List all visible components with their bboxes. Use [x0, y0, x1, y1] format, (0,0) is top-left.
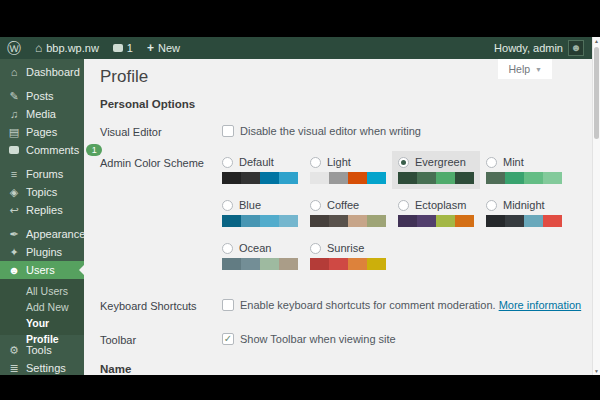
more-information-link[interactable]: More information: [499, 299, 582, 311]
dashboard-icon: ⌂: [8, 67, 20, 78]
keyboard-shortcuts-option-text: Enable keyboard shortcuts for comment mo…: [240, 299, 581, 311]
sidebar-item-plugins[interactable]: ✦ Plugins: [0, 243, 84, 261]
radio-light[interactable]: [310, 157, 321, 168]
comments-shortcut[interactable]: 1: [106, 37, 140, 59]
radio-default[interactable]: [222, 157, 233, 168]
sidebar-item-appearance[interactable]: ✒ Appearance: [0, 225, 84, 243]
radio-ocean[interactable]: [222, 243, 233, 254]
submenu-item-all-users[interactable]: All Users: [0, 283, 84, 299]
sidebar-item-replies[interactable]: ↩ Replies: [0, 201, 84, 219]
scrollbar-down-arrow[interactable]: ▼: [593, 368, 600, 374]
user-avatar: ☻: [568, 40, 584, 56]
scheme-option-default[interactable]: Default: [216, 151, 304, 189]
sidebar-item-topics[interactable]: ◈ Topics: [0, 183, 84, 201]
visual-editor-option-text: Disable the visual editor when writing: [240, 125, 421, 137]
my-account-menu[interactable]: Howdy, admin ☻: [494, 40, 592, 56]
swatch: [222, 215, 241, 227]
scheme-option-ectoplasm[interactable]: Ectoplasm: [392, 194, 480, 232]
sidebar-item-label: Pages: [26, 126, 57, 138]
scheme-swatches: [398, 215, 474, 227]
swatch: [329, 215, 348, 227]
swatch: [310, 215, 329, 227]
sidebar-item-label: Topics: [26, 186, 57, 198]
swatch: [436, 215, 455, 227]
swatch: [455, 215, 474, 227]
toolbar-row: Toolbar ✓ Show Toolbar when viewing site: [100, 333, 592, 346]
swatch: [543, 172, 562, 184]
scheme-name: Light: [327, 156, 351, 168]
swatch: [348, 172, 367, 184]
scheme-option-blue[interactable]: Blue: [216, 194, 304, 232]
topics-icon: ◈: [8, 187, 20, 198]
keyboard-shortcuts-checkbox[interactable]: [222, 299, 234, 311]
sidebar-item-pages[interactable]: ▤ Pages: [0, 123, 84, 141]
swatch: [486, 172, 505, 184]
new-content-menu[interactable]: + New: [140, 37, 187, 59]
sidebar-item-posts[interactable]: ✎ Posts: [0, 87, 84, 105]
radio-evergreen[interactable]: [398, 157, 409, 168]
swatch: [367, 215, 386, 227]
radio-midnight[interactable]: [486, 200, 497, 211]
radio-ectoplasm[interactable]: [398, 200, 409, 211]
swatch: [260, 215, 279, 227]
swatch: [417, 172, 436, 184]
swatch: [367, 172, 386, 184]
scrollbar-thumb[interactable]: [594, 47, 599, 139]
scrollbar[interactable]: ▲ ▼: [592, 37, 600, 375]
visual-editor-label: Visual Editor: [100, 125, 222, 138]
scheme-name: Mint: [503, 156, 524, 168]
scheme-option-midnight[interactable]: Midnight: [480, 194, 568, 232]
help-tab[interactable]: Help ▼: [498, 59, 552, 79]
site-name-link[interactable]: ⌂ bbp.wp.nw: [28, 37, 106, 59]
help-tab-label: Help: [508, 63, 530, 75]
scheme-swatches: [310, 258, 386, 270]
swatch: [329, 172, 348, 184]
personal-options-heading: Personal Options: [100, 98, 592, 110]
sidebar-item-users[interactable]: ☻ Users: [0, 261, 84, 279]
radio-sunrise[interactable]: [310, 243, 321, 254]
sidebar-item-settings[interactable]: ≣ Settings: [0, 359, 84, 375]
admin-top-bar: Ⓦ ⌂ bbp.wp.nw 1 + New Howdy, admin ☻: [0, 37, 592, 59]
scheme-swatches: [222, 172, 298, 184]
profile-page-content: Help ▼ Profile Personal Options Visual E…: [84, 59, 592, 375]
visual-editor-checkbox[interactable]: [222, 125, 234, 137]
swatch: [505, 215, 524, 227]
swatch: [222, 172, 241, 184]
scheme-option-coffee[interactable]: Coffee: [304, 194, 392, 232]
scheme-name: Ectoplasm: [415, 199, 466, 211]
scheme-option-mint[interactable]: Mint: [480, 151, 568, 189]
radio-blue[interactable]: [222, 200, 233, 211]
scheme-option-sunrise[interactable]: Sunrise: [304, 237, 392, 275]
scheme-name: Sunrise: [327, 242, 364, 254]
toolbar-checkbox[interactable]: ✓: [222, 333, 234, 345]
sidebar-item-dashboard[interactable]: ⌂ Dashboard: [0, 63, 84, 81]
color-scheme-grid: Default Light: [222, 156, 574, 275]
sidebar-item-comments[interactable]: Comments 1: [0, 141, 84, 159]
radio-mint[interactable]: [486, 157, 497, 168]
scheme-swatches: [310, 172, 386, 184]
keyboard-shortcuts-label: Keyboard Shortcuts: [100, 299, 222, 312]
swatch: [348, 215, 367, 227]
tools-icon: ⚙: [8, 345, 20, 356]
scheme-option-ocean[interactable]: Ocean: [216, 237, 304, 275]
sidebar-item-tools[interactable]: ⚙ Tools: [0, 341, 84, 359]
comment-bubble-icon: [113, 44, 123, 52]
scheme-option-evergreen[interactable]: Evergreen: [392, 151, 480, 189]
submenu-item-add-new[interactable]: Add New: [0, 299, 84, 315]
scrollbar-up-arrow[interactable]: ▲: [593, 38, 600, 44]
sidebar-item-label: Dashboard: [26, 66, 80, 78]
scheme-name: Coffee: [327, 199, 359, 211]
howdy-text: Howdy, admin: [494, 42, 563, 54]
home-icon: ⌂: [35, 42, 42, 54]
sidebar-item-media[interactable]: ♫ Media: [0, 105, 84, 123]
forums-icon: ≡: [8, 169, 20, 180]
scheme-option-light[interactable]: Light: [304, 151, 392, 189]
sidebar-item-forums[interactable]: ≡ Forums: [0, 165, 84, 183]
radio-coffee[interactable]: [310, 200, 321, 211]
posts-icon: ✎: [8, 91, 20, 102]
wordpress-logo-menu[interactable]: Ⓦ: [0, 37, 28, 59]
submenu-item-your-profile[interactable]: Your Profile: [0, 315, 84, 331]
scheme-name: Ocean: [239, 242, 271, 254]
sidebar-item-label: Media: [26, 108, 56, 120]
sidebar-item-label: Tools: [26, 344, 52, 356]
